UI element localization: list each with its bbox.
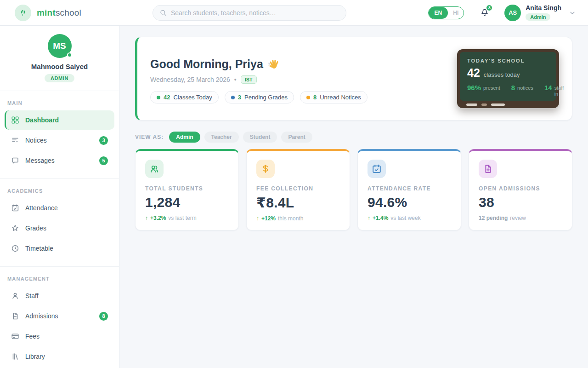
view-as-teacher[interactable]: Teacher [204,132,239,143]
lang-en[interactable]: EN [429,7,448,19]
delta-note: vs last term [168,215,196,221]
sidebar-item-label: Fees [25,333,40,340]
user-name: Anita Singh [526,5,561,12]
dollar-icon [260,164,271,174]
card-open-admissions: OPEN ADMISSIONS 38 12 pending review [469,149,572,230]
board-stat-staff-in: 14 staff in [544,84,564,97]
sidebar-item-label: Timetable [25,245,53,252]
stat-label: present [483,85,500,91]
section-label: ACADEMICS [5,185,114,197]
search-input[interactable] [171,9,339,17]
brand-name: mintschool [37,8,81,18]
sidebar-item-attendance[interactable]: Attendance [5,198,114,218]
brand-logo: mintschool [15,5,119,21]
chip-value: 3 [238,94,241,101]
online-status-dot [67,52,72,58]
board-stat-notices: 8 notices [511,84,533,92]
stat-label: staff in [554,85,564,97]
sidebar-item-messages[interactable]: Messages 5 [5,151,114,170]
section-label: MANAGEMENT [5,273,114,285]
view-as-parent[interactable]: Parent [281,132,312,143]
chat-icon [11,156,19,165]
section-label: MAIN [5,98,114,109]
sidebar-profile: MS Mahmood Saiyed ADMIN [0,34,119,91]
delta-note: vs last week [390,215,420,221]
count-badge: 3 [99,136,108,145]
avatar: AS [504,5,521,21]
sidebar-item-dashboard[interactable]: Dashboard [5,110,114,130]
stat-value: 14 [544,84,552,92]
timezone-badge: IST [241,75,257,84]
person-icon [11,292,19,300]
calendar-check-icon [11,204,19,212]
sidebar-item-admissions[interactable]: Admissions 8 [5,306,114,326]
up-arrow-icon: ↑ [256,215,259,222]
sidebar-item-notices[interactable]: Notices 3 [5,131,114,150]
summary-chips: 42 Classes Today 3 Pending Grades 8 Unre… [150,91,368,104]
nav-section-management: MANAGEMENT Staff Admissions 8 Fees Libra… [0,271,119,368]
count-badge: 8 [99,312,108,321]
delta-note: review [510,215,526,221]
chip-value: 42 [164,94,170,101]
delta-value: +1.4% [373,215,388,221]
sidebar-item-staff[interactable]: Staff [5,286,114,305]
blue-dot [231,96,235,99]
stat-card-value: ₹8.4L [256,195,340,211]
sidebar-item-label: Notices [25,137,47,144]
global-search[interactable] [153,5,346,21]
view-as-switcher: VIEW AS: Admin Teacher Student Parent [135,132,572,143]
user-menu[interactable]: AS Anita Singh Admin [504,5,576,21]
green-dot [157,96,160,99]
sidebar-item-label: Admissions [25,312,58,320]
card-total-students: TOTAL STUDENTS 1,284 ↑ +3.2% vs last ter… [135,149,239,230]
stat-card-delta: ↑ +12% this month [256,215,340,222]
sidebar-item-library[interactable]: Library [5,347,114,366]
count-badge: 5 [99,156,108,165]
view-as-label: VIEW AS: [135,134,164,140]
stat-card-label: TOTAL STUDENTS [145,185,229,192]
sidebar-item-timetable[interactable]: Timetable [5,239,114,258]
delta-value: +3.2% [150,215,166,221]
lang-hi[interactable]: HI [448,10,464,16]
stat-value: 96% [467,84,481,92]
sidebar-item-label: Grades [25,224,46,232]
board-big-value: 42 [467,66,480,80]
stat-card-delta: ↑ +1.4% vs last week [368,215,451,221]
board-title: TODAY'S SCHOOL [467,58,549,63]
sidebar-item-label: Messages [25,157,55,164]
chip-label: Classes Today [173,94,212,101]
view-as-admin[interactable]: Admin [169,132,200,143]
clock-icon [11,244,19,253]
language-toggle[interactable]: EN HI [428,6,464,19]
chip-value: 8 [313,94,317,101]
up-arrow-icon: ↑ [368,215,370,221]
notifications-button[interactable]: 3 [480,7,490,19]
nav-section-academics: ACADEMICS Attendance Grades Timetable [0,184,119,262]
board-stat-present: 96% present [467,84,500,92]
profile-name: Mahmood Saiyed [0,63,119,70]
notices-list-icon [11,136,19,144]
credit-card-icon [11,332,19,340]
sidebar-item-label: Staff [25,292,39,299]
greeting-card: Good Morning, Priya Wednesday, 25 March … [135,37,572,121]
stat-card-value: 94.6% [368,195,451,210]
sidebar-item-fees[interactable]: Fees [5,327,114,346]
avatar-initials: MS [53,41,66,51]
chevron-down-icon [569,9,576,17]
stat-label: notices [517,85,533,91]
grid-icon [11,116,19,124]
search-icon [159,9,167,17]
sidebar-item-grades[interactable]: Grades [5,218,114,238]
date-text: Wednesday, 25 March 2026 [150,76,230,83]
stat-card-label: OPEN ADMISSIONS [479,185,562,192]
view-as-student[interactable]: Student [243,132,277,143]
greeting-text: Good Morning, Priya [150,58,263,71]
sidebar-item-label: Attendance [25,204,58,212]
users-icon [149,164,159,174]
up-arrow-icon: ↑ [145,215,148,221]
card-fee-collection: FEE COLLECTION ₹8.4L ↑ +12% this month [246,149,350,230]
file-plus-icon [483,164,493,174]
library-icon [11,352,19,361]
stat-card-value: 38 [479,195,562,210]
leaf-icon [15,5,31,21]
